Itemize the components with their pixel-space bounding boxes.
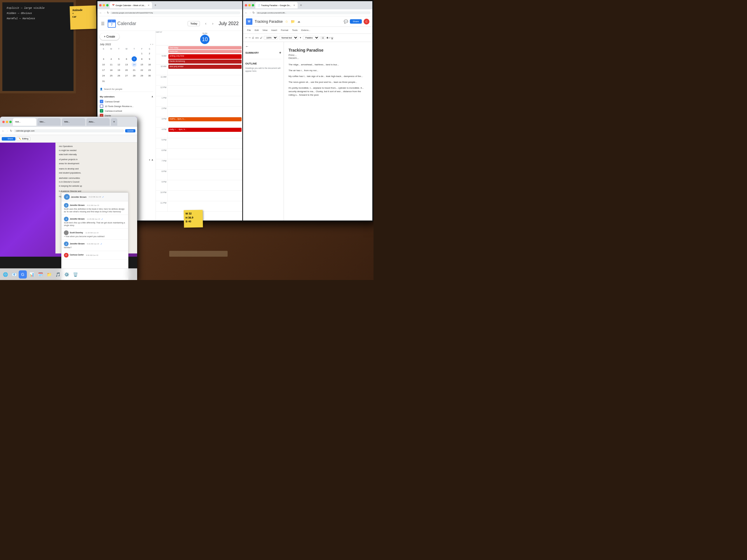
address-bar-left[interactable]: calendar.google.com <box>14 129 124 132</box>
day-num-10[interactable]: 10 <box>200 35 209 44</box>
gdoc-close-btn[interactable] <box>245 4 247 6</box>
update-button[interactable]: Update <box>125 129 135 132</box>
gcal-menu-icon[interactable]: ☰ <box>101 21 105 26</box>
mini-cal-day-aug3[interactable] <box>124 78 129 84</box>
mini-cal-day-aug1[interactable] <box>108 78 114 84</box>
gdoc-cloud-icon[interactable]: ☁ <box>297 20 300 23</box>
mini-cal-day-empty3[interactable] <box>116 51 121 56</box>
cal-item-10tools[interactable]: 10 Tools Design Review a... <box>100 104 153 108</box>
dock-icon-2[interactable]: 📧 <box>10 270 18 278</box>
gdoc-print-btn[interactable]: 🖨 <box>252 36 254 39</box>
gdoc-redo-btn[interactable]: ↪ <box>249 36 251 39</box>
gcal-new-tab[interactable]: + <box>154 3 156 7</box>
mini-cal-day-aug6[interactable] <box>147 78 152 84</box>
gdoc-refresh-btn[interactable]: ↻ <box>252 11 255 14</box>
mini-cal-day-20[interactable]: 20 <box>124 68 129 73</box>
other-cal-add[interactable]: + <box>149 159 150 161</box>
cal-item-carissa-dschool[interactable]: ✓ Carissa d.school <box>100 108 153 113</box>
mini-cal-day-17[interactable]: 17 <box>101 68 106 73</box>
gcal-refresh-btn[interactable]: ↻ <box>107 11 109 14</box>
dock-icon-7[interactable]: 🎵 <box>54 270 62 278</box>
time-slot-sun-11am[interactable] <box>168 75 242 85</box>
gcal-back-btn[interactable]: ← <box>99 11 102 14</box>
gdoc-user-avatar[interactable]: C <box>364 19 369 25</box>
tab-hotl[interactable]: Hotl... <box>13 118 36 126</box>
mini-cal-day-aug2[interactable] <box>116 78 121 84</box>
time-slot-sun-8pm[interactable] <box>168 170 242 180</box>
mini-cal-day-15[interactable]: 15 <box>139 62 145 67</box>
time-slot-sun-2pm[interactable] <box>168 107 242 117</box>
dock-icon-1[interactable]: 🌐 <box>1 270 9 278</box>
time-slot-sun-11pm[interactable] <box>168 201 242 211</box>
dock-icon-4[interactable]: 📊 <box>27 270 35 278</box>
forward-btn-left[interactable]: → <box>6 129 9 132</box>
gdoc-undo-btn[interactable]: ↩ <box>246 36 248 39</box>
gcal-close-btn[interactable] <box>99 4 102 6</box>
mini-cal-day-6[interactable]: 6 <box>124 56 129 61</box>
mini-cal-day-24[interactable]: 24 <box>101 73 106 78</box>
mini-cal-day-11[interactable]: 11 <box>108 62 114 67</box>
search-people[interactable]: 👤 Search for people <box>100 87 153 92</box>
gdoc-spellcheck-btn[interactable]: abc <box>255 36 259 39</box>
gdoc-star-icon[interactable]: ☆ <box>285 20 288 24</box>
gdoc-paintformat-btn[interactable]: 🖌 <box>260 36 263 39</box>
gdoc-forward-btn[interactable]: → <box>249 11 252 14</box>
time-slot-sun-6pm[interactable] <box>168 149 242 159</box>
window-close-btn[interactable] <box>2 121 5 123</box>
gcal-min-btn[interactable] <box>103 4 105 6</box>
time-slot-sun-3pm[interactable]: HotFo... 3pm, h... <box>168 117 242 128</box>
time-slot-sun-9pm[interactable] <box>168 180 242 190</box>
gdoc-folder-icon[interactable]: 📁 <box>291 20 295 24</box>
gdoc-font-select[interactable]: Palatino <box>303 36 319 40</box>
mini-cal-day-empty1[interactable] <box>101 51 106 56</box>
cal-item-carissa-gmail[interactable]: ✓ Carissa Gmail <box>100 99 153 104</box>
mini-cal-day-16[interactable]: 16 <box>147 62 152 67</box>
dock-icon-5[interactable]: 🗓️ <box>36 270 44 278</box>
gdoc-menu-view[interactable]: View <box>261 28 269 32</box>
gdoc-back-sidebar[interactable]: ← <box>246 44 249 48</box>
gcal-prev-btn[interactable]: ‹ <box>203 21 209 27</box>
tab-plus[interactable]: + <box>111 118 117 126</box>
event-dante-armstrong[interactable]: Dante Armstrong <box>169 59 241 63</box>
gdoc-url-bar[interactable]: docs.google.com/document/d/1LB0... <box>256 11 370 14</box>
mini-cal-day-29[interactable]: 29 <box>139 73 145 78</box>
mini-cal-day-19[interactable]: 19 <box>116 68 121 73</box>
gdoc-share-btn[interactable]: Share <box>350 19 362 24</box>
window-maximize-btn[interactable] <box>9 121 12 123</box>
refresh-btn-left[interactable]: ↻ <box>10 129 12 132</box>
gdoc-new-tab[interactable]: + <box>300 3 302 7</box>
mini-cal-day-4[interactable]: 4 <box>108 56 114 61</box>
mini-cal-day-31[interactable]: 31 <box>101 78 106 84</box>
share-button[interactable]: 👤 Share <box>2 137 16 140</box>
time-slot-sun-4pm[interactable]: Kelly + ... 4pm, h... <box>168 128 242 138</box>
gdoc-back-btn[interactable]: ← <box>245 11 248 14</box>
mini-cal-next[interactable]: › <box>152 43 153 46</box>
cal-checkbox-carissa-dschool[interactable]: ✓ <box>100 109 103 113</box>
mini-cal-day-9[interactable]: 9 <box>147 56 152 61</box>
tab-mec[interactable]: Mec... <box>37 118 61 126</box>
tab-wiki[interactable]: Wiki... <box>62 118 85 126</box>
dock-icon-8[interactable]: ⚙️ <box>62 270 71 278</box>
dock-icon-9[interactable]: 🗑️ <box>71 270 79 278</box>
mini-cal-day-27[interactable]: 27 <box>124 73 129 78</box>
window-minimize-btn[interactable] <box>6 121 8 123</box>
time-slot-sun-9am[interactable]: writing only time Dante Armstrong <box>168 54 242 64</box>
mini-cal-day-8[interactable]: 8 <box>139 56 145 61</box>
mini-cal-day-12[interactable]: 12 <box>116 62 121 67</box>
mini-cal-day-aug5[interactable] <box>139 78 145 84</box>
mini-cal-day-2[interactable]: 2 <box>147 51 152 56</box>
mini-cal-day-13[interactable]: 13 <box>124 62 129 67</box>
event-hotfo[interactable]: HotFo... 3pm, h... <box>169 117 241 121</box>
mini-cal-day-30[interactable]: 30 <box>147 73 152 78</box>
gdoc-menu-extensions[interactable]: Extens... <box>300 28 312 32</box>
time-slot-sun-5pm[interactable] <box>168 138 242 149</box>
gdoc-tab[interactable]: 📄 Tracking Paradise – Google Do... ✕ <box>255 2 298 8</box>
event-dad-bday[interactable]: Dad bday <box>169 46 241 49</box>
my-calendars-chevron[interactable]: ∧ <box>151 96 153 98</box>
gdoc-menu-file[interactable]: File <box>246 28 253 32</box>
time-slot-sun-7pm[interactable] <box>168 159 242 169</box>
gdoc-italic-btn[interactable]: I <box>330 36 330 39</box>
mini-cal-day-7[interactable]: 7 <box>132 56 137 61</box>
gdoc-menu-format[interactable]: Format <box>279 28 290 32</box>
create-event-btn[interactable]: + Create <box>100 33 119 40</box>
